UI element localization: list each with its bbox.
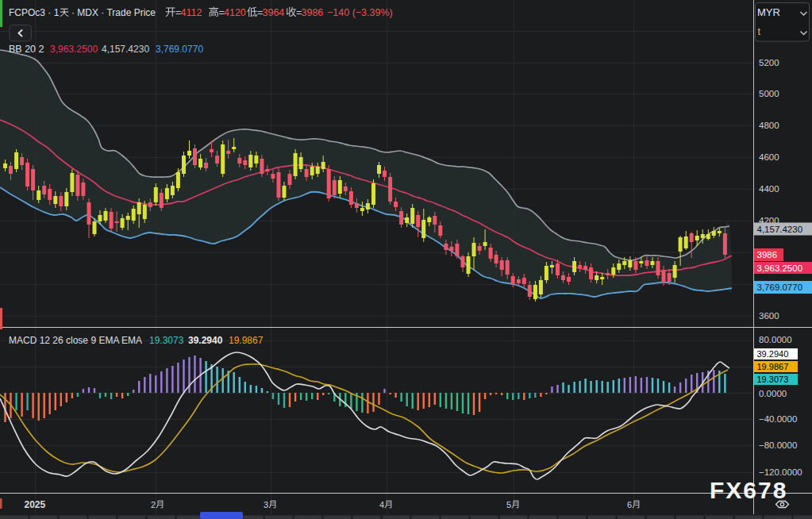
svg-text:19.9867: 19.9867 (757, 362, 789, 371)
svg-text:3: 3 (264, 500, 268, 509)
svg-text:−120.0000: −120.0000 (759, 467, 802, 477)
svg-text:19.9867: 19.9867 (229, 335, 264, 346)
svg-text:4120: 4120 (224, 7, 246, 18)
svg-text:4,157.4230: 4,157.4230 (757, 225, 803, 234)
svg-text:4800: 4800 (759, 121, 779, 130)
svg-text:2: 2 (151, 500, 156, 509)
svg-text:BB 20 2: BB 20 2 (9, 44, 44, 55)
svg-text:3,769.0770: 3,769.0770 (156, 44, 203, 55)
svg-text:19.3073: 19.3073 (757, 375, 789, 384)
svg-text:80.0000: 80.0000 (759, 335, 792, 344)
svg-text:19.3073: 19.3073 (149, 335, 184, 346)
svg-text:4112: 4112 (181, 7, 202, 18)
svg-text:3600: 3600 (759, 311, 779, 321)
svg-text:39.2940: 39.2940 (188, 335, 223, 346)
svg-text:3986: 3986 (757, 250, 778, 260)
svg-text:3,963.2500: 3,963.2500 (757, 263, 803, 273)
svg-text:39.2940: 39.2940 (757, 349, 789, 359)
svg-text:MACD 12 26 close 9 EMA EMA: MACD 12 26 close 9 EMA EMA (9, 335, 142, 346)
svg-text:4600: 4600 (759, 152, 779, 162)
svg-text:t: t (758, 25, 761, 37)
svg-text:4,157.4230: 4,157.4230 (102, 44, 149, 55)
svg-text:3964: 3964 (263, 7, 285, 18)
svg-text:FCPOc3 · 1: FCPOc3 · 1 (9, 7, 60, 18)
svg-text:3986: 3986 (302, 7, 324, 18)
svg-text:5: 5 (506, 500, 511, 509)
svg-text:4400: 4400 (759, 184, 779, 194)
svg-text:3,769.0770: 3,769.0770 (757, 283, 803, 292)
svg-text:5000: 5000 (759, 89, 779, 98)
svg-text:6: 6 (627, 500, 632, 509)
svg-text:−40.0000: −40.0000 (759, 414, 797, 424)
svg-text:−140 (−3.39%): −140 (−3.39%) (327, 7, 393, 18)
svg-text:0.0000: 0.0000 (759, 389, 787, 398)
svg-text:5200: 5200 (759, 58, 779, 67)
svg-text:2025: 2025 (25, 499, 46, 510)
svg-text:−80.0000: −80.0000 (759, 440, 797, 450)
svg-text:FX678: FX678 (710, 477, 787, 503)
svg-text:3,963.2500: 3,963.2500 (50, 44, 98, 55)
svg-text:MYR: MYR (757, 6, 780, 18)
svg-text:4: 4 (379, 500, 384, 509)
svg-text:· MDX · Trade Price: · MDX · Trade Price (71, 7, 156, 18)
